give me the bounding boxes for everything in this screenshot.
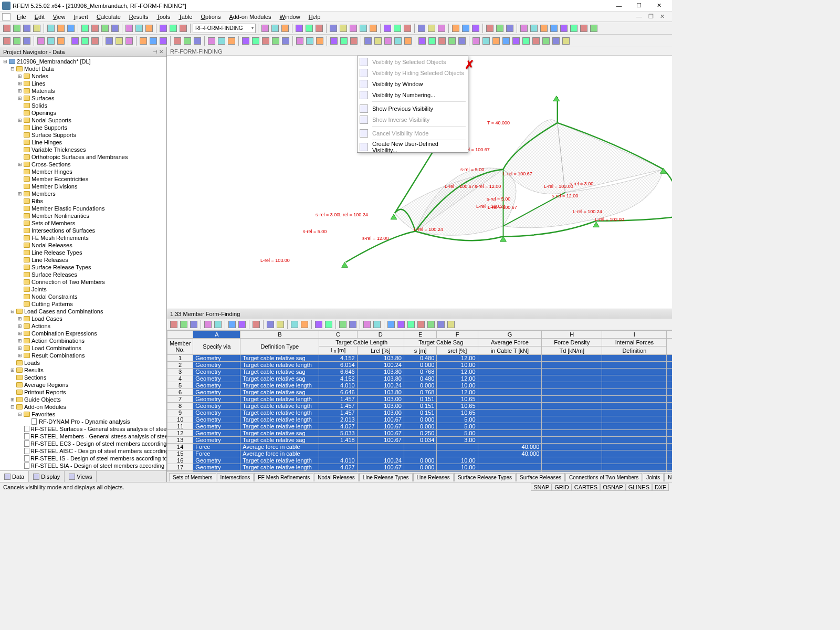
tree-item[interactable]: RF-STEEL Members - General stress analys… <box>0 433 166 440</box>
toolbar-button[interactable] <box>521 36 531 46</box>
menu-table[interactable]: Table <box>174 13 196 21</box>
toolbar-button[interactable] <box>451 24 460 33</box>
toolbar-button[interactable] <box>491 36 501 46</box>
tree-item[interactable]: Intersections of Surfaces <box>0 227 166 234</box>
toolbar-button[interactable] <box>178 24 188 33</box>
table-row[interactable]: 9GeometryTarget cable relative length1.4… <box>167 410 673 416</box>
tree-item[interactable]: ⊞Cross-Sections <box>0 161 166 168</box>
toolbar-button[interactable] <box>280 24 290 33</box>
tree-item[interactable]: Line Releases <box>0 256 166 264</box>
toolbar-button[interactable] <box>539 24 549 33</box>
tree-item[interactable]: RF-STEEL EC3 - Design of steel members a… <box>0 440 166 447</box>
toolbar-button[interactable] <box>134 24 144 33</box>
table-row[interactable]: 12GeometryTarget cable relative sag5.033… <box>167 430 673 437</box>
toolbar-button[interactable] <box>314 320 323 329</box>
menu-item[interactable]: Show Previous Visibility <box>358 103 468 114</box>
toolbar-button[interactable] <box>251 320 261 329</box>
tree-item[interactable]: ⊞Guide Objects <box>0 396 166 403</box>
tree-item[interactable]: Nodal Constraints <box>0 293 166 300</box>
table-row[interactable]: 11GeometryTarget cable relative length4.… <box>167 423 673 430</box>
menu-help[interactable]: Help <box>304 13 325 21</box>
menu-tools[interactable]: Tools <box>152 13 174 21</box>
toolbar-button[interactable] <box>383 36 393 46</box>
toolbar-button[interactable] <box>329 24 338 33</box>
status-toggle-cartes[interactable]: CARTES <box>572 484 600 491</box>
table-tab[interactable]: Line Release Types <box>359 473 413 481</box>
tree-item[interactable]: Member Hinges <box>0 168 166 175</box>
tree-item[interactable]: ⊞Action Combinations <box>0 337 166 344</box>
tree-item[interactable]: ⊟Add-on Modules <box>0 403 166 411</box>
toolbar-button[interactable] <box>173 36 182 46</box>
toolbar-button[interactable] <box>461 24 470 33</box>
table-row[interactable]: 15ForceAverage force in cable40.000 <box>167 450 673 457</box>
menu-item[interactable]: Visibility by Window <box>358 78 468 89</box>
toolbar-button[interactable] <box>124 36 134 46</box>
table-row[interactable]: 13GeometryTarget cable relative sag1.418… <box>167 437 673 444</box>
toolbar-button[interactable] <box>561 36 571 46</box>
tree-item[interactable]: ⊞Results <box>0 366 166 374</box>
toolbar-button[interactable] <box>295 24 304 33</box>
toolbar-button[interactable] <box>417 24 426 33</box>
toolbar-button[interactable] <box>149 36 158 46</box>
toolbar-button[interactable] <box>80 24 90 33</box>
table-row[interactable]: 10GeometryTarget cable relative length2.… <box>167 416 673 423</box>
table-tab[interactable]: Line Releases <box>413 473 454 481</box>
tree-item[interactable]: Connection of Two Members <box>0 278 166 286</box>
toolbar-button[interactable] <box>363 36 373 46</box>
toolbar-button[interactable] <box>324 320 333 329</box>
toolbar-button[interactable] <box>505 24 514 33</box>
toolbar-button[interactable] <box>406 320 416 329</box>
table-row[interactable]: 8GeometryTarget cable relative length1.4… <box>167 403 673 410</box>
toolbar-button[interactable] <box>159 24 168 33</box>
table-tab[interactable]: FE Mesh Refinements <box>254 473 313 481</box>
tree-item[interactable]: ⊞Load Combinations <box>0 344 166 352</box>
tree-item[interactable]: RF-STEEL SIA - Design of steel members a… <box>0 462 166 469</box>
tree-item[interactable]: Line Release Types <box>0 249 166 256</box>
toolbar-button[interactable] <box>559 24 569 33</box>
toolbar-button[interactable] <box>56 36 66 46</box>
table-row[interactable]: 14ForceAverage force in cable40.000 <box>167 444 673 450</box>
table-row[interactable]: 4GeometryTarget cable relative sag4.1521… <box>167 375 673 382</box>
tree-item[interactable]: ⊞Lines <box>0 80 166 87</box>
close-button[interactable]: ✕ <box>652 1 666 10</box>
menu-item[interactable]: Visibility by Numbering... <box>358 89 468 100</box>
toolbar-button[interactable] <box>579 24 589 33</box>
status-toggle-snap[interactable]: SNAP <box>531 484 552 491</box>
menu-insert[interactable]: Insert <box>69 13 92 21</box>
tree-item[interactable]: Openings <box>0 109 166 117</box>
toolbar-button[interactable] <box>22 24 32 33</box>
toolbar-button[interactable] <box>100 24 110 33</box>
table-tab[interactable]: Joints <box>643 473 664 481</box>
toolbar-button[interactable] <box>114 36 124 46</box>
toolbar-button[interactable] <box>436 320 446 329</box>
toolbar-button[interactable] <box>501 36 511 46</box>
maximize-button[interactable]: ☐ <box>632 1 646 10</box>
toolbar-button[interactable] <box>531 36 541 46</box>
tree-item[interactable]: FE Mesh Refinements <box>0 234 166 242</box>
toolbar-button[interactable] <box>549 24 559 33</box>
table-tab[interactable]: Nodal Constraints <box>664 473 672 481</box>
toolbar-button[interactable] <box>417 36 427 46</box>
tree-item[interactable]: RF-STEEL AISC - Design of steel members … <box>0 447 166 455</box>
toolbar-button[interactable] <box>457 36 467 46</box>
toolbar-button[interactable] <box>349 24 358 33</box>
tree-root[interactable]: ⊟210906_Membrandach* [DL] <box>0 58 166 65</box>
tree-item[interactable]: Loads <box>0 359 166 366</box>
toolbar-button[interactable] <box>2 24 12 33</box>
toolbar-button[interactable] <box>227 36 236 46</box>
tree-item[interactable]: Sections <box>0 374 166 381</box>
tree-item[interactable]: Surface Supports <box>0 131 166 139</box>
tree-item[interactable]: ⊟Favorites <box>0 411 166 418</box>
toolbar-button[interactable] <box>271 36 280 46</box>
toolbar-button[interactable] <box>339 24 348 33</box>
toolbar-button[interactable] <box>251 36 260 46</box>
toolbar-button[interactable] <box>383 24 392 33</box>
toolbar-button[interactable] <box>70 36 80 46</box>
status-toggle-dxf[interactable]: DXF <box>652 484 669 491</box>
toolbar-button[interactable] <box>437 36 447 46</box>
toolbar-button[interactable] <box>2 36 12 46</box>
toolbar-button[interactable] <box>139 36 148 46</box>
toolbar-button[interactable] <box>529 24 539 33</box>
toolbar-button[interactable] <box>169 24 178 33</box>
navigator-pin[interactable]: ⊣ ✕ <box>153 49 163 55</box>
